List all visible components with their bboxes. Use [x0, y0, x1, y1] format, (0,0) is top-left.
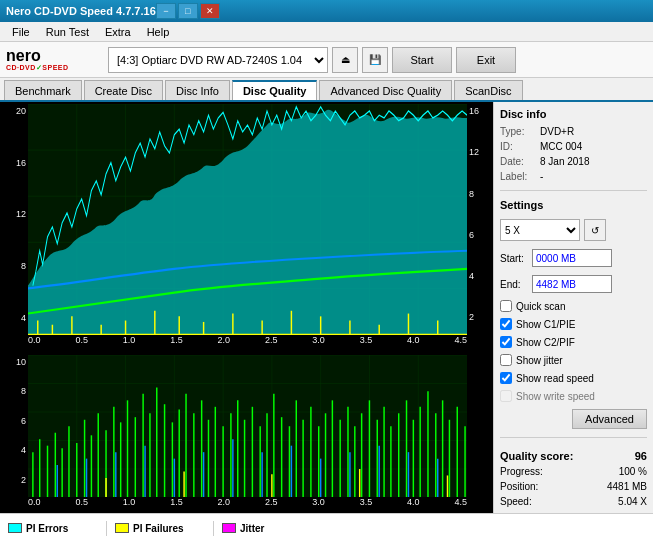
- date-label: Date:: [500, 156, 536, 167]
- speed-row-quality: Speed: 5.04 X: [500, 496, 647, 507]
- id-label: ID:: [500, 141, 536, 152]
- stat-divider-2: [213, 521, 214, 536]
- tab-disc-quality[interactable]: Disc Quality: [232, 80, 318, 100]
- close-button[interactable]: ✕: [200, 3, 220, 19]
- speed-selector[interactable]: 5 X: [500, 219, 580, 241]
- disc-id-row: ID: MCC 004: [500, 141, 647, 152]
- start-button[interactable]: Start: [392, 47, 452, 73]
- main-content: 20 16 12 8 4: [0, 102, 653, 513]
- disc-type-row: Type: DVD+R: [500, 126, 647, 137]
- position-row: Position: 4481 MB: [500, 481, 647, 492]
- quick-scan-checkbox[interactable]: [500, 300, 512, 312]
- quality-score-value: 96: [635, 450, 647, 462]
- x-axis-upper: 0.00.51.01.52.02.53.03.54.04.5: [4, 335, 489, 351]
- y-axis-right-upper: 16 12 8 6 4 2: [467, 104, 489, 335]
- menu-run-test[interactable]: Run Test: [38, 24, 97, 40]
- disc-date-row: Date: 8 Jan 2018: [500, 156, 647, 167]
- app-title: Nero CD-DVD Speed 4.7.7.16: [6, 5, 156, 17]
- svg-rect-32: [28, 355, 467, 497]
- write-speed-row: Show write speed: [500, 390, 647, 402]
- speed-value-quality: 5.04 X: [618, 496, 647, 507]
- progress-label: Progress:: [500, 466, 543, 477]
- pi-errors-color: [8, 523, 22, 533]
- type-label: Type:: [500, 126, 536, 137]
- disc-info-title: Disc info: [500, 108, 647, 120]
- label-value: -: [540, 171, 543, 182]
- save-button[interactable]: 💾: [362, 47, 388, 73]
- divider-2: [500, 437, 647, 438]
- read-speed-checkbox[interactable]: [500, 372, 512, 384]
- upper-chart-svg: [28, 104, 467, 335]
- end-label: End:: [500, 279, 528, 290]
- progress-row: Progress: 100 %: [500, 466, 647, 477]
- pi-failures-group: PI Failures Average: 0.00 Maximum: 7 Tot…: [115, 523, 205, 537]
- jitter-stat-label: Jitter: [240, 523, 264, 534]
- pi-errors-legend: PI Errors: [8, 523, 98, 534]
- end-field[interactable]: [532, 275, 612, 293]
- c1pie-checkbox[interactable]: [500, 318, 512, 330]
- pi-errors-group: PI Errors Average: 3.11 Maximum: 19 Tota…: [8, 523, 98, 537]
- tab-create-disc[interactable]: Create Disc: [84, 80, 163, 100]
- stat-divider-1: [106, 521, 107, 536]
- lower-chart-svg: [28, 355, 467, 497]
- eject-button[interactable]: ⏏: [332, 47, 358, 73]
- type-value: DVD+R: [540, 126, 574, 137]
- start-row: Start:: [500, 249, 647, 267]
- divider-1: [500, 190, 647, 191]
- pi-failures-label: PI Failures: [133, 523, 184, 534]
- jitter-legend: Jitter: [222, 523, 312, 534]
- tabs-bar: Benchmark Create Disc Disc Info Disc Qua…: [0, 78, 653, 102]
- logo-cdspeed: CD·DVD✓SPEED: [6, 64, 69, 72]
- minimize-button[interactable]: −: [156, 3, 176, 19]
- y-axis-right-lower: [467, 355, 489, 497]
- menu-help[interactable]: Help: [139, 24, 178, 40]
- menu-file[interactable]: File: [4, 24, 38, 40]
- label-label: Label:: [500, 171, 536, 182]
- quality-score-label: Quality score:: [500, 450, 573, 462]
- y-axis-left-upper: 20 16 12 8 4: [4, 104, 28, 335]
- settings-title: Settings: [500, 199, 647, 211]
- c2pif-label: Show C2/PIF: [516, 337, 575, 348]
- speed-row: 5 X ↺: [500, 219, 647, 241]
- read-speed-row: Show read speed: [500, 372, 647, 384]
- titlebar: Nero CD-DVD Speed 4.7.7.16 − □ ✕: [0, 0, 653, 22]
- position-label: Position:: [500, 481, 538, 492]
- exit-button[interactable]: Exit: [456, 47, 516, 73]
- advanced-button[interactable]: Advanced: [572, 409, 647, 429]
- refresh-button[interactable]: ↺: [584, 219, 606, 241]
- quality-score-row: Quality score: 96: [500, 450, 647, 462]
- app-logo: nero CD·DVD✓SPEED: [6, 45, 96, 75]
- y-axis-left-lower: 10 8 6 4 2: [4, 355, 28, 497]
- logo-nero: nero: [6, 48, 69, 64]
- tab-benchmark[interactable]: Benchmark: [4, 80, 82, 100]
- disc-label-row: Label: -: [500, 171, 647, 182]
- start-label: Start:: [500, 253, 528, 264]
- stats-bar: PI Errors Average: 3.11 Maximum: 19 Tota…: [0, 513, 653, 536]
- tab-disc-info[interactable]: Disc Info: [165, 80, 230, 100]
- c2pif-row: Show C2/PIF: [500, 336, 647, 348]
- tab-scan-disc[interactable]: ScanDisc: [454, 80, 522, 100]
- jitter-group: Jitter Average: - Maximum: - PO failures…: [222, 523, 312, 537]
- position-value: 4481 MB: [607, 481, 647, 492]
- start-field[interactable]: [532, 249, 612, 267]
- write-speed-checkbox[interactable]: [500, 390, 512, 402]
- c1pie-label: Show C1/PIE: [516, 319, 575, 330]
- progress-value: 100 %: [619, 466, 647, 477]
- c1pie-row: Show C1/PIE: [500, 318, 647, 330]
- read-speed-label: Show read speed: [516, 373, 594, 384]
- jitter-row: Show jitter: [500, 354, 647, 366]
- tab-advanced-disc-quality[interactable]: Advanced Disc Quality: [319, 80, 452, 100]
- write-speed-label: Show write speed: [516, 391, 595, 402]
- right-panel: Disc info Type: DVD+R ID: MCC 004 Date: …: [493, 102, 653, 513]
- menu-extra[interactable]: Extra: [97, 24, 139, 40]
- maximize-button[interactable]: □: [178, 3, 198, 19]
- drive-selector[interactable]: [4:3] Optiarc DVD RW AD-7240S 1.04: [108, 47, 328, 73]
- speed-label-quality: Speed:: [500, 496, 532, 507]
- jitter-checkbox[interactable]: [500, 354, 512, 366]
- menubar: File Run Test Extra Help: [0, 22, 653, 42]
- quick-scan-row: Quick scan: [500, 300, 647, 312]
- quick-scan-label: Quick scan: [516, 301, 565, 312]
- c2pif-checkbox[interactable]: [500, 336, 512, 348]
- pi-failures-color: [115, 523, 129, 533]
- jitter-label: Show jitter: [516, 355, 563, 366]
